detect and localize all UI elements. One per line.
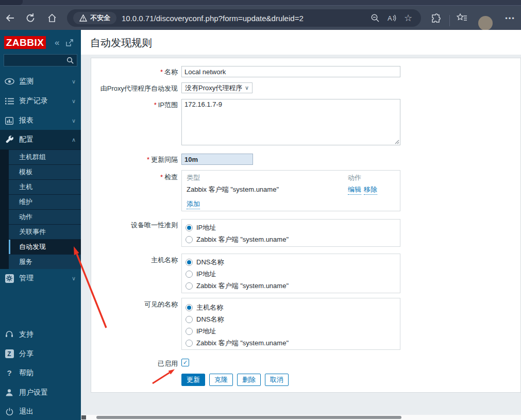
radio-off-icon[interactable]	[186, 271, 193, 278]
radio-off-icon[interactable]	[186, 236, 193, 243]
headset-icon	[4, 330, 14, 338]
sidebar-item-inventory[interactable]: 资产记录 ∨	[0, 91, 81, 111]
security-badge-label: 不安全	[90, 13, 110, 23]
favorites-list-icon[interactable]	[456, 12, 468, 24]
url-text[interactable]: 10.0.0.71/discoveryconf.php?form=update&…	[122, 14, 365, 23]
sidebar-item-configuration[interactable]: 配置 ∧	[0, 130, 81, 149]
sidebar-item-share[interactable]: Z 分享	[0, 344, 81, 363]
sidebar-item-label: 报表	[19, 116, 33, 125]
chevron-down-icon: ∨	[72, 98, 76, 105]
warning-icon	[79, 14, 87, 22]
zabbix-sidebar: ZABBIX « 监测 ∨ 资产记录 ∨	[0, 30, 81, 420]
browser-tab[interactable]	[0, 0, 23, 5]
profile-avatar[interactable]	[478, 16, 493, 30]
sidebar-search-input[interactable]	[4, 57, 66, 64]
back-icon[interactable]	[4, 12, 16, 24]
radio-option[interactable]: IP地址	[186, 270, 216, 279]
sidebar-item-administration[interactable]: 管理 ∨	[0, 269, 81, 288]
bar-chart-icon	[4, 117, 14, 125]
radio-off-icon[interactable]	[186, 282, 193, 290]
browser-toolbar: 不安全 10.0.0.71/discoveryconf.php?form=upd…	[0, 5, 521, 30]
submenu-item-event-correlation[interactable]: 关联事件	[9, 224, 81, 239]
cancel-button[interactable]: 取消	[265, 374, 289, 386]
chevron-down-icon: ∨	[72, 78, 76, 85]
enabled-label: 已启用	[91, 359, 178, 368]
chevron-up-icon: ∧	[72, 137, 76, 143]
interval-input[interactable]	[181, 154, 253, 165]
list-icon	[4, 97, 14, 105]
sidebar-item-user-settings[interactable]: 用户设置	[0, 383, 81, 402]
horizontal-scrollbar-thumb[interactable]	[96, 416, 401, 419]
share-z-icon: Z	[4, 349, 14, 358]
radio-option[interactable]: IP地址	[186, 327, 216, 336]
sidebar-search[interactable]	[4, 54, 77, 66]
submenu-item-maintenance[interactable]: 维护	[9, 194, 81, 209]
svg-text:A: A	[388, 14, 392, 22]
zabbix-logo[interactable]: ZABBIX	[4, 36, 46, 49]
toolbar-divider	[449, 15, 450, 26]
search-icon	[66, 57, 74, 64]
favorite-star-icon[interactable]: ☆	[401, 11, 415, 25]
power-icon	[4, 408, 14, 415]
radio-off-icon[interactable]	[186, 328, 193, 335]
expand-window-icon[interactable]	[66, 36, 73, 49]
sidebar-item-help[interactable]: ? 帮助	[0, 363, 81, 382]
radio-option[interactable]: DNS名称	[186, 258, 224, 267]
clone-button[interactable]: 克隆	[209, 374, 233, 386]
enabled-checkbox[interactable]: ✓	[181, 359, 189, 366]
edit-link[interactable]: 编辑	[348, 185, 361, 195]
chevron-down-icon: ∨	[245, 85, 249, 91]
collapse-sidebar-icon[interactable]: «	[55, 36, 59, 49]
interval-label: *更新间隔	[91, 155, 178, 164]
name-input[interactable]	[181, 66, 400, 77]
radio-option[interactable]: Zabbix 客户端 "system.uname"	[186, 281, 289, 291]
radio-on-icon[interactable]	[186, 259, 193, 266]
read-aloud-icon[interactable]: A	[385, 11, 398, 25]
extensions-icon[interactable]	[429, 12, 442, 24]
sidebar-item-logout[interactable]: 退出	[0, 402, 81, 420]
checks-label: *检查	[91, 173, 178, 182]
refresh-icon[interactable]	[24, 12, 37, 24]
delete-button[interactable]: 删除	[237, 374, 261, 386]
checks-action-header: 动作	[348, 173, 361, 182]
address-bar[interactable]: 不安全 10.0.0.71/discoveryconf.php?form=upd…	[67, 9, 421, 27]
sidebar-item-reports[interactable]: 报表 ∨	[0, 111, 81, 130]
submenu-item-host-groups[interactable]: 主机群组	[9, 149, 81, 164]
screen: 不安全 10.0.0.71/discoveryconf.php?form=upd…	[0, 0, 521, 420]
radio-option[interactable]: IP地址	[186, 223, 216, 232]
home-icon[interactable]	[46, 12, 58, 24]
sidebar-item-label: 退出	[19, 407, 33, 416]
update-button[interactable]: 更新	[181, 374, 205, 386]
hostname-label: 主机名称	[91, 256, 178, 265]
sidebar-item-support[interactable]: 支持	[0, 325, 81, 344]
radio-off-icon[interactable]	[186, 316, 193, 323]
submenu-item-actions[interactable]: 动作	[9, 209, 81, 224]
submenu-item-discovery[interactable]: 自动发现	[9, 239, 81, 254]
configuration-submenu: 主机群组 模板 主机 维护 动作 关联事件 自动发现 服务	[0, 149, 81, 269]
radio-option[interactable]: Zabbix 客户端 "system.uname"	[186, 339, 289, 348]
add-link[interactable]: 添加	[187, 199, 200, 209]
eye-icon	[4, 78, 14, 85]
radio-option[interactable]: 主机名称	[186, 303, 223, 312]
sidebar-item-monitoring[interactable]: 监测 ∨	[0, 72, 81, 91]
chevron-down-icon: ∨	[72, 117, 76, 124]
resize-handle[interactable]	[395, 140, 399, 144]
sidebar-item-label: 配置	[19, 135, 33, 144]
radio-on-icon[interactable]	[186, 224, 193, 231]
ip-range-textarea[interactable]: 172.16.1.7-9	[181, 99, 400, 145]
question-mark-icon: ?	[4, 368, 14, 377]
submenu-item-hosts[interactable]: 主机	[9, 179, 81, 194]
radio-option[interactable]: Zabbix 客户端 "system.uname"	[186, 235, 289, 244]
proxy-select[interactable]: 没有Proxy代理程序 ∨	[181, 82, 253, 93]
security-badge[interactable]: 不安全	[73, 12, 116, 24]
submenu-item-templates[interactable]: 模板	[9, 164, 81, 179]
radio-off-icon[interactable]	[186, 340, 193, 347]
user-icon	[4, 389, 14, 396]
radio-on-icon[interactable]	[186, 304, 193, 311]
radio-option[interactable]: DNS名称	[186, 315, 224, 324]
visible-name-label: 可见的名称	[91, 300, 178, 309]
remove-link[interactable]: 移除	[364, 185, 377, 195]
zoom-out-icon[interactable]	[368, 11, 382, 25]
submenu-item-services[interactable]: 服务	[9, 254, 81, 269]
browser-menu-icon[interactable]: •••	[503, 12, 517, 24]
